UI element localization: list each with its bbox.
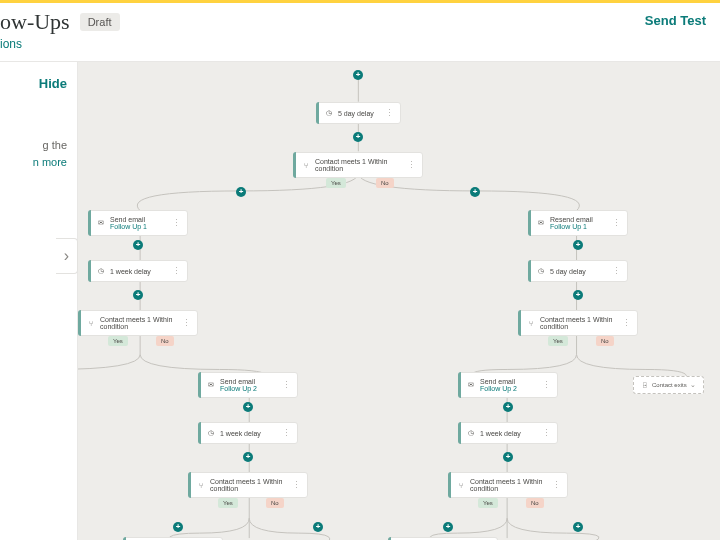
node-menu-button[interactable]: ⋮: [292, 480, 300, 490]
condition-node[interactable]: ⑂Contact meets 1 Within condition⋮: [448, 472, 568, 498]
clock-icon: ◷: [466, 429, 475, 438]
delay-node[interactable]: ◷1 week delay⋮: [198, 422, 298, 444]
send-test-button[interactable]: Send Test: [645, 9, 706, 28]
clock-icon: ◷: [206, 429, 215, 438]
envelope-icon: ✉: [536, 219, 545, 228]
workflow-canvas[interactable]: + ◷5 day delay⋮ + ⑂Contact meets 1 Withi…: [78, 62, 720, 540]
condition-node[interactable]: ⑂Contact meets 1 Within condition⋮: [188, 472, 308, 498]
add-step-button[interactable]: +: [470, 187, 480, 197]
clock-icon: ◷: [536, 267, 545, 276]
add-step-button[interactable]: +: [133, 290, 143, 300]
node-menu-button[interactable]: ⋮: [282, 380, 290, 390]
no-label: No: [266, 498, 284, 508]
yes-label: Yes: [548, 336, 568, 346]
node-menu-button[interactable]: ⋮: [542, 428, 550, 438]
add-step-button[interactable]: +: [443, 522, 453, 532]
email-node[interactable]: ✉Send email Follow Up 2⋮: [458, 372, 558, 398]
condition-node[interactable]: ⑂Contact meets 1 Within condition⋮: [518, 310, 638, 336]
node-menu-button[interactable]: ⋮: [282, 428, 290, 438]
page-title: ow-Ups: [0, 9, 70, 35]
no-label: No: [596, 336, 614, 346]
split-icon: ⑂: [301, 161, 310, 170]
condition-node[interactable]: ⑂Contact meets 1 Within condition⋮: [293, 152, 423, 178]
node-menu-button[interactable]: ⋮: [385, 108, 393, 118]
no-label: No: [156, 336, 174, 346]
clock-icon: ◷: [324, 109, 333, 118]
add-step-button[interactable]: +: [573, 290, 583, 300]
add-step-button[interactable]: +: [173, 522, 183, 532]
condition-node[interactable]: ⑂Contact meets 1 Within condition⋮: [78, 310, 198, 336]
add-step-button[interactable]: +: [503, 452, 513, 462]
header: ow-Ups Draft ions Send Test: [0, 3, 720, 62]
chevron-down-icon: ⌄: [690, 381, 696, 389]
yes-label: Yes: [326, 178, 346, 188]
add-step-button[interactable]: +: [236, 187, 246, 197]
sidebar-collapse-button[interactable]: ›: [56, 238, 78, 274]
add-step-button[interactable]: +: [353, 70, 363, 80]
split-icon: ⑂: [196, 481, 205, 490]
split-icon: ⑂: [456, 481, 465, 490]
node-menu-button[interactable]: ⋮: [542, 380, 550, 390]
learn-more-link[interactable]: n more: [33, 156, 67, 168]
subtitle-link[interactable]: ions: [0, 37, 120, 51]
add-step-button[interactable]: +: [243, 452, 253, 462]
email-node[interactable]: ✉Resend email Follow Up 1⋮: [528, 210, 628, 236]
node-menu-button[interactable]: ⋮: [182, 318, 190, 328]
yes-label: Yes: [108, 336, 128, 346]
email-node[interactable]: ✉Send email Follow Up 1⋮: [88, 210, 188, 236]
add-step-button[interactable]: +: [573, 522, 583, 532]
add-step-button[interactable]: +: [573, 240, 583, 250]
node-menu-button[interactable]: ⋮: [612, 218, 620, 228]
status-badge: Draft: [80, 13, 120, 31]
split-icon: ⑂: [526, 319, 535, 328]
add-step-button[interactable]: +: [353, 132, 363, 142]
split-icon: ⑂: [86, 319, 95, 328]
exit-node[interactable]: ⍈Contact exits⌄: [633, 376, 704, 394]
node-menu-button[interactable]: ⋮: [172, 266, 180, 276]
node-menu-button[interactable]: ⋮: [622, 318, 630, 328]
node-menu-button[interactable]: ⋮: [407, 160, 415, 170]
clock-icon: ◷: [96, 267, 105, 276]
connector-lines: [78, 62, 720, 540]
node-menu-button[interactable]: ⋮: [612, 266, 620, 276]
envelope-icon: ✉: [206, 381, 215, 390]
add-step-button[interactable]: +: [133, 240, 143, 250]
exit-icon: ⍈: [641, 381, 649, 389]
node-menu-button[interactable]: ⋮: [552, 480, 560, 490]
sidebar: Hide g the n more ›: [0, 62, 78, 540]
delay-node[interactable]: ◷5 day delay⋮: [528, 260, 628, 282]
delay-node[interactable]: ◷5 day delay⋮: [316, 102, 401, 124]
hide-button[interactable]: Hide: [10, 76, 67, 91]
delay-node[interactable]: ◷1 week delay⋮: [458, 422, 558, 444]
email-node[interactable]: ✉Send email Follow Up 2⋮: [198, 372, 298, 398]
envelope-icon: ✉: [96, 219, 105, 228]
add-step-button[interactable]: +: [243, 402, 253, 412]
delay-node[interactable]: ◷1 week delay⋮: [88, 260, 188, 282]
yes-label: Yes: [478, 498, 498, 508]
no-label: No: [376, 178, 394, 188]
sidebar-copy: g the n more: [10, 137, 67, 170]
envelope-icon: ✉: [466, 381, 475, 390]
add-step-button[interactable]: +: [313, 522, 323, 532]
node-menu-button[interactable]: ⋮: [172, 218, 180, 228]
add-step-button[interactable]: +: [503, 402, 513, 412]
yes-label: Yes: [218, 498, 238, 508]
no-label: No: [526, 498, 544, 508]
